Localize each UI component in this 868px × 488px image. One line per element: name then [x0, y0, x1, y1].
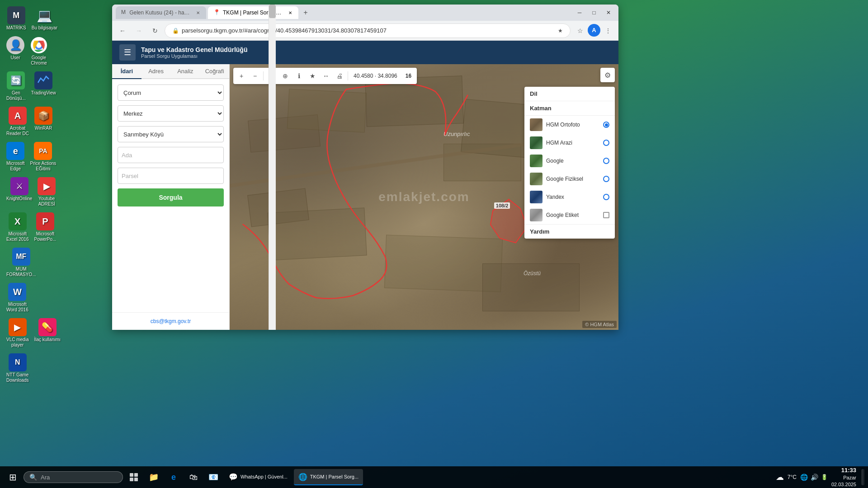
matriks-icon[interactable]: M MATRİKS	[5, 5, 28, 33]
taskbar-search[interactable]: 🔍 Ara	[24, 471, 123, 483]
dil-section-title: Dil	[524, 87, 615, 101]
toolbar-actions: ☆ A ⋮	[573, 24, 615, 38]
tab-gmail-close[interactable]: ✕	[195, 9, 201, 16]
price-actions-icon[interactable]: PA Price ActionsEĞitimi	[28, 140, 58, 174]
layer-radio-yandex[interactable]	[603, 194, 609, 200]
info-button[interactable]: ℹ	[292, 70, 305, 82]
youtube-icon[interactable]: ▶ YoutubeADRESİ	[36, 175, 57, 209]
computer-icon[interactable]: 💻 Bu bilgisayar	[30, 5, 59, 33]
ilac-icon[interactable]: 💊 İlaç kullanımı	[32, 316, 62, 350]
star-button[interactable]: ★	[306, 70, 319, 82]
taskbar-mail[interactable]: 📧	[204, 468, 222, 486]
layer-checkbox-google-etiket[interactable]	[603, 212, 609, 218]
network-icon[interactable]: 🌐	[800, 474, 808, 481]
layers-panel: Dil Katman HGM Ortofoto	[524, 87, 615, 239]
taskbar-file-explorer[interactable]: 📁	[145, 468, 163, 486]
tradingview-icon[interactable]: TradingView	[29, 70, 58, 103]
settings-gear-button[interactable]: ⚙	[600, 68, 615, 82]
address-bar[interactable]: 🔒 parselsorgu.tkgm.gov.tr/#ara/cografi/4…	[165, 23, 571, 38]
close-button[interactable]: ✕	[602, 6, 615, 19]
ada-input[interactable]	[118, 147, 224, 163]
yardim-section[interactable]: Yardım	[524, 224, 615, 239]
layer-radio-hgm-ortofoto[interactable]	[603, 122, 609, 128]
mum-icon[interactable]: MF MUMFORMASYO...	[5, 246, 38, 279]
layer-radio-google[interactable]	[603, 158, 609, 164]
layer-radio-google-fiziksel[interactable]	[603, 176, 609, 182]
zoom-in-button[interactable]: +	[235, 70, 248, 82]
zoom-out-button[interactable]: −	[249, 70, 261, 82]
layer-google[interactable]: Google	[524, 152, 615, 170]
desktop-icons-area: M MATRİKS 💻 Bu bilgisayar 👤 User	[5, 5, 76, 385]
chrome-desktop-icon[interactable]: GoogleChrome	[28, 34, 50, 68]
ilce-select[interactable]: Merkez	[118, 105, 224, 122]
taskview-button[interactable]	[125, 468, 143, 486]
url-text: parselsorgu.tkgm.gov.tr/#ara/cografi/40.…	[182, 27, 555, 34]
powerpoint-icon[interactable]: P MicrosoftPowerPo...	[32, 211, 58, 244]
minimize-button[interactable]: ─	[573, 6, 586, 19]
layer-hgm-arazi[interactable]: HGM Arazi	[524, 134, 615, 152]
excel-icon[interactable]: X MicrosoftExcel 2016	[5, 211, 30, 244]
menu-button[interactable]: ⋮	[601, 24, 615, 38]
browser-toolbar: ← → ↻ 🔒 parselsorgu.tkgm.gov.tr/#ara/cog…	[112, 21, 618, 41]
print-button[interactable]: 🖨	[333, 70, 346, 82]
layer-google-fiziksel[interactable]: Google Fiziksel	[524, 170, 615, 188]
maximize-button[interactable]: □	[588, 6, 600, 19]
tab-idari[interactable]: İdari	[112, 64, 142, 79]
gen-icon[interactable]: 🔄 GenDönüşü...	[5, 70, 28, 103]
back-button[interactable]: ←	[116, 24, 129, 38]
tab-adres[interactable]: Adres	[142, 64, 171, 79]
taskbar-clock[interactable]: 11:33 Pazar 02.03.2025	[831, 466, 856, 488]
gmail-favicon: M	[121, 9, 127, 16]
taskbar-whatsapp[interactable]: 💬 WhatsApp | Güvenl...	[224, 469, 292, 485]
show-desktop-button[interactable]	[862, 469, 864, 485]
map-area[interactable]: emlakjet.com Uzunpırlıc Özüstü 108/2 + −	[230, 64, 618, 330]
sorgula-button[interactable]: Sorgula	[118, 188, 224, 206]
ntt-icon[interactable]: N NTT GameDownloads	[5, 352, 30, 385]
taskbar: ⊞ 🔍 Ara 📁 e 🛍 📧 💬 WhatsApp | Güvenl... 🌐…	[0, 466, 868, 488]
tab-tkgm-close[interactable]: ✕	[288, 9, 293, 16]
parsel-input[interactable]	[118, 168, 224, 184]
layer-name-google-fiziksel: Google Fiziksel	[546, 176, 599, 182]
koy-select[interactable]: Sarımbey Köyü	[118, 126, 224, 142]
start-button[interactable]: ⊞	[4, 468, 22, 486]
user-icon[interactable]: 👤 User	[5, 34, 26, 68]
taskbar-right: ☁ 7°C 🌐 🔊 🔋 11:33 Pazar 02.03.2025	[776, 466, 864, 488]
knightonline-icon[interactable]: ⚔ KnightOnline	[5, 175, 34, 209]
winrar-icon[interactable]: 📦 WinRAR	[33, 105, 54, 138]
page-scrollbar[interactable]	[269, 5, 276, 330]
reload-button[interactable]: ↻	[148, 24, 162, 38]
layer-google-etiket[interactable]: Google Etiket	[524, 206, 615, 224]
profile-button[interactable]: A	[588, 24, 600, 37]
bookmark-button[interactable]: ☆	[573, 24, 587, 38]
tkgm-taskbar-label: TKGM | Parsel Sorg...	[310, 474, 359, 479]
tkgm-favicon: 📍	[213, 9, 220, 16]
tab-tkgm[interactable]: 📍 TKGM | Parsel Sorgu Uygulama... ✕	[208, 6, 298, 19]
word-icon[interactable]: W MicrosoftWord 2016	[5, 281, 30, 314]
edge-icon[interactable]: e MicrosoftEdge	[5, 140, 27, 174]
scale-button[interactable]: ↔	[320, 70, 332, 82]
volume-icon[interactable]: 🔊	[811, 474, 818, 481]
taskbar-tkgm[interactable]: 🌐 TKGM | Parsel Sorg...	[294, 469, 363, 485]
layer-radio-hgm-arazi[interactable]	[603, 140, 609, 146]
acrobat-icon[interactable]: A AcrobatReader DC	[5, 105, 31, 138]
desktop: M MATRİKS 💻 Bu bilgisayar 👤 User	[0, 0, 868, 488]
new-tab-button[interactable]: +	[300, 7, 311, 18]
taskbar-store[interactable]: 🛍	[184, 468, 203, 486]
notification-area: ☁ 7°C	[776, 472, 797, 482]
layer-hgm-ortofoto[interactable]: HGM Ortofoto	[524, 116, 615, 134]
layer-yandex[interactable]: Yandex	[524, 188, 615, 206]
toolbar-divider-1	[263, 71, 264, 80]
tab-gmail[interactable]: M Gelen Kutusu (24) - hamet2219... ✕	[116, 6, 206, 19]
katman-section-title: Katman	[524, 101, 615, 116]
clock-day: Pazar	[831, 474, 856, 481]
taskbar-edge[interactable]: e	[165, 468, 183, 486]
tab-cografi[interactable]: Coğrafi	[200, 64, 229, 79]
target-button[interactable]: ⊕	[279, 70, 292, 82]
hamburger-menu[interactable]: ☰	[119, 44, 136, 61]
vlc-icon[interactable]: ▶ VLC mediaplayer	[5, 316, 30, 350]
forward-button[interactable]: →	[132, 24, 146, 38]
tab-analiz[interactable]: Analiz	[171, 64, 200, 79]
cbs-email-link[interactable]: cbs@tkgm.gov.tr	[151, 318, 191, 324]
svg-rect-6	[130, 478, 133, 481]
il-select[interactable]: Çorum	[118, 84, 224, 101]
